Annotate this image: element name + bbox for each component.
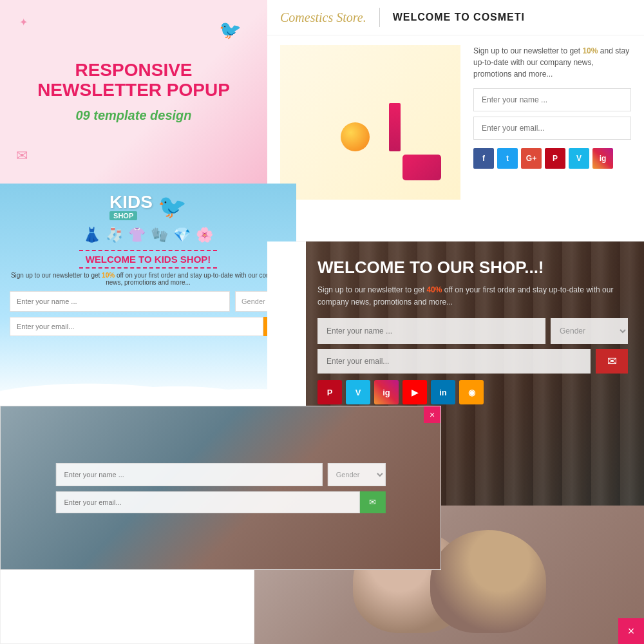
- shop-title: WELCOME TO OUR SHOP...!: [317, 258, 628, 278]
- googleplus-button[interactable]: G+: [521, 148, 542, 169]
- kids-cloud-decoration: [0, 367, 296, 406]
- popup-overlay: × Gender Male Female ✉: [0, 406, 441, 570]
- instagram-button[interactable]: ig: [592, 148, 613, 169]
- shop-desc-highlight: 40%: [426, 285, 442, 294]
- main-container: ✦ 🐦 ✉ RESPONSIVE NEWSLETTER POPUP 09 tem…: [0, 0, 644, 644]
- kids-hanging-items: 👗 🧦 👚 🧤 💎 🌸: [83, 227, 213, 243]
- popup-close-button[interactable]: ×: [424, 406, 440, 423]
- shop-youtube-button[interactable]: ▶: [402, 380, 427, 404]
- twitter-button[interactable]: t: [497, 148, 518, 169]
- kids-shop-badge: SHOP: [109, 211, 137, 220]
- promo-main-title: RESPONSIVE NEWSLETTER POPUP: [13, 61, 254, 100]
- kids-title: KIDS: [109, 193, 153, 211]
- shop-instagram-button[interactable]: ig: [374, 380, 399, 404]
- cosmetics-logo-text: Comestics: [280, 10, 333, 24]
- popup-name-input[interactable]: [55, 463, 322, 486]
- promo-sub-title: 09 template design: [75, 108, 191, 123]
- popup-name-row: Gender Male Female: [55, 463, 385, 486]
- cosmetics-social-row: f t G+ P V ig: [473, 148, 631, 169]
- cosmetics-tagline: WELCOME TO COSMETI: [393, 12, 525, 23]
- fashion-close-icon: ×: [628, 625, 635, 638]
- kids-desc: Sign up to our newsletter to get 10% off…: [10, 272, 287, 286]
- shop-gender-select[interactable]: Gender Male Female: [551, 318, 628, 344]
- cosmetics-header-divider: [379, 8, 380, 27]
- kids-welcome-text: WELCOME TO KIDS SHOP!: [79, 250, 218, 269]
- shop-submit-icon: ✉: [607, 354, 617, 368]
- panel-cosmetics: Comestics Store. WELCOME TO COSMETI Sign…: [267, 0, 644, 242]
- shop-submit-button[interactable]: ✉: [596, 349, 628, 374]
- kids-desc-prefix: Sign up to our newsletter to get: [11, 272, 102, 279]
- shop-email-row: ✉: [317, 349, 628, 374]
- shop-content: WELCOME TO OUR SHOP...! Sign up to our n…: [301, 242, 644, 414]
- panel-newsletter-promo: ✦ 🐦 ✉ RESPONSIVE NEWSLETTER POPUP 09 tem…: [0, 0, 267, 184]
- popup-email-input[interactable]: [55, 491, 359, 513]
- cosmetics-header: Comestics Store. WELCOME TO COSMETI: [267, 0, 644, 35]
- popup-form-area: Gender Male Female ✉: [55, 463, 385, 513]
- shop-vimeo-button[interactable]: V: [346, 380, 370, 404]
- star-deco: ✦: [19, 16, 28, 28]
- shop-email-input[interactable]: [317, 349, 591, 374]
- popup-gender-select[interactable]: Gender Male Female: [328, 463, 386, 486]
- kids-desc-highlight: 10%: [102, 272, 115, 279]
- product-ball: [341, 122, 370, 151]
- kids-bird-icon: 🐦: [158, 193, 187, 220]
- kids-logo-area: KIDS SHOP 🐦: [109, 193, 187, 220]
- popup-close-icon: ×: [430, 410, 435, 420]
- kids-email-input[interactable]: [10, 317, 263, 336]
- fashion-close-button[interactable]: ×: [618, 618, 644, 644]
- cosmetics-desc: Sign up to our newsletter to get 10% and…: [473, 45, 631, 80]
- envelope-deco-icon: ✉: [16, 147, 28, 164]
- cosmetics-email-input[interactable]: [473, 117, 631, 140]
- shop-desc: Sign up to our newsletter to get 40% off…: [317, 284, 628, 308]
- shop-linkedin-button[interactable]: in: [431, 380, 455, 404]
- shop-name-row: Gender Male Female: [317, 318, 628, 344]
- cosmetics-form: Sign up to our newsletter to get 10% and…: [473, 45, 631, 200]
- kids-email-row: ✉: [10, 317, 287, 336]
- fashion-person2: [430, 530, 546, 633]
- product-items: [341, 93, 401, 151]
- cosmetics-name-input[interactable]: [473, 88, 631, 111]
- pinterest-button[interactable]: P: [545, 148, 565, 169]
- shop-rss-button[interactable]: ◉: [459, 380, 484, 404]
- popup-submit-button[interactable]: ✉: [360, 491, 386, 513]
- cosmetics-product-display: [280, 45, 460, 200]
- shop-desc-prefix: Sign up to our newsletter to get: [317, 285, 426, 294]
- bird-deco-icon: 🐦: [219, 19, 242, 41]
- cosmetics-desc-highlight: 10%: [582, 46, 598, 55]
- kids-name-row: Gender Male Female: [10, 291, 287, 312]
- shop-pinterest-button[interactable]: P: [317, 380, 342, 404]
- cosmetics-desc-prefix: Sign up to our newsletter to get: [473, 46, 582, 55]
- product-tube: [389, 103, 401, 151]
- product-compact: [402, 155, 441, 180]
- shop-social-row: P V ig ▶ in ◉: [317, 380, 628, 404]
- cosmetics-logo-accent: Store.: [336, 10, 366, 24]
- popup-submit-icon: ✉: [369, 497, 376, 507]
- kids-logo-text: KIDS SHOP: [109, 193, 153, 220]
- panel-kids-shop: KIDS SHOP 🐦 👗 🧦 👚 🧤 💎 🌸 WELCOME TO KIDS …: [0, 184, 296, 406]
- kids-desc-suffix: off on your first order and stay up-to-d…: [106, 272, 285, 286]
- kids-name-input[interactable]: [10, 291, 230, 312]
- vimeo-button[interactable]: V: [569, 148, 589, 169]
- cosmetics-body: Sign up to our newsletter to get 10% and…: [267, 35, 644, 209]
- popup-email-row: ✉: [55, 491, 385, 513]
- facebook-button[interactable]: f: [473, 148, 494, 169]
- product-mascara: [373, 93, 386, 151]
- cosmetics-logo: Comestics Store.: [280, 10, 366, 25]
- shop-name-input[interactable]: [317, 318, 545, 344]
